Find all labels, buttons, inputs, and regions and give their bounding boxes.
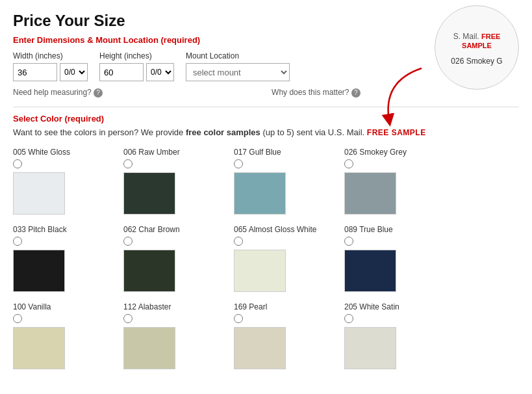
color-item-205: 205 White Satin	[344, 302, 448, 369]
color-swatch-033[interactable]	[13, 250, 65, 292]
color-swatch-112[interactable]	[123, 327, 175, 369]
help-measuring-icon[interactable]: ?	[94, 88, 103, 98]
height-field-group: Height (inches) 0/01/81/43/8 1/25/83/47/…	[99, 51, 174, 81]
color-swatch-026[interactable]	[344, 172, 396, 215]
color-name-205: 205 White Satin	[344, 302, 399, 311]
mount-field-group: Mount Location select mount Inside Mount…	[186, 51, 290, 81]
color-radio-017[interactable]	[234, 159, 243, 168]
colors-grid: 005 White Gloss006 Raw Umber017 Gulf Blu…	[13, 148, 519, 369]
color-swatch-017[interactable]	[234, 172, 286, 215]
color-item-006: 006 Raw Umber	[123, 148, 227, 215]
color-item-033: 033 Pitch Black	[13, 225, 117, 292]
mount-select[interactable]: select mount Inside Mount Outside Mount	[186, 63, 290, 81]
height-input[interactable]	[99, 63, 144, 81]
color-swatch-005[interactable]	[13, 172, 65, 215]
why-matter-icon[interactable]: ?	[351, 88, 361, 98]
color-radio-033[interactable]	[13, 237, 22, 246]
section-divider	[13, 107, 519, 107]
color-radio-006[interactable]	[123, 159, 133, 168]
color-radio-089[interactable]	[344, 237, 353, 246]
color-item-017: 017 Gulf Blue	[234, 148, 338, 215]
height-input-row: 0/01/81/43/8 1/25/83/47/8	[99, 63, 174, 81]
width-label: Width (inches)	[13, 51, 88, 60]
color-item-169: 169 Pearl	[234, 302, 338, 369]
color-radio-062[interactable]	[123, 237, 133, 246]
color-item-100: 100 Vanilla	[13, 302, 117, 369]
color-item-005: 005 White Gloss	[13, 148, 117, 215]
color-item-112: 112 Alabaster	[123, 302, 227, 369]
color-radio-065[interactable]	[234, 237, 243, 246]
color-radio-026[interactable]	[344, 159, 353, 168]
color-swatch-089[interactable]	[344, 250, 396, 292]
color-radio-005[interactable]	[13, 159, 22, 168]
color-radio-100[interactable]	[13, 314, 22, 323]
color-name-006: 006 Raw Umber	[123, 148, 180, 157]
annotation-circle: S. Mail. FREE SAMPLE 026 Smokey G	[435, 5, 519, 90]
mount-label: Mount Location	[186, 51, 290, 60]
free-sample-note: Want to see the colors in person? We pro…	[13, 127, 519, 137]
color-radio-112[interactable]	[123, 314, 133, 323]
color-name-065: 065 Almost Gloss White	[234, 225, 316, 234]
help-measuring-text: Need help measuring? ?	[13, 88, 103, 98]
free-sample-link[interactable]: FREE SAMPLE	[367, 128, 426, 137]
color-swatch-065[interactable]	[234, 250, 286, 292]
color-radio-205[interactable]	[344, 314, 353, 323]
color-name-062: 062 Char Brown	[123, 225, 180, 234]
annotation-color-name: 026 Smokey G	[451, 57, 502, 66]
annotation-mail-text: S. Mail. FREE SAMPLE	[435, 29, 518, 53]
color-name-017: 017 Gulf Blue	[234, 148, 281, 157]
why-matter-text: Why does this matter? ?	[272, 88, 361, 98]
color-swatch-205[interactable]	[344, 327, 396, 369]
color-name-005: 005 White Gloss	[13, 148, 70, 157]
width-field-group: Width (inches) 0/01/81/43/8 1/25/83/47/8	[13, 51, 88, 81]
color-radio-169[interactable]	[234, 314, 243, 323]
color-name-112: 112 Alabaster	[123, 302, 171, 311]
color-name-026: 026 Smokey Grey	[344, 148, 407, 157]
height-label: Height (inches)	[99, 51, 174, 60]
color-swatch-169[interactable]	[234, 327, 286, 369]
color-swatch-062[interactable]	[123, 250, 175, 292]
color-name-169: 169 Pearl	[234, 302, 267, 311]
width-input-row: 0/01/81/43/8 1/25/83/47/8	[13, 63, 88, 81]
color-name-033: 033 Pitch Black	[13, 225, 67, 234]
color-item-062: 062 Char Brown	[123, 225, 227, 292]
height-fraction-select[interactable]: 0/01/81/43/8 1/25/83/47/8	[146, 63, 174, 81]
color-item-089: 089 True Blue	[344, 225, 448, 292]
color-swatch-006[interactable]	[123, 172, 175, 215]
color-section-label: Select Color (required)	[13, 114, 519, 124]
color-item-065: 065 Almost Gloss White	[234, 225, 338, 292]
width-fraction-select[interactable]: 0/01/81/43/8 1/25/83/47/8	[60, 63, 88, 81]
color-name-100: 100 Vanilla	[13, 302, 51, 311]
free-color-samples-bold: free color samples	[186, 127, 260, 137]
width-input[interactable]	[13, 63, 57, 81]
color-swatch-100[interactable]	[13, 327, 65, 369]
color-name-089: 089 True Blue	[344, 225, 393, 234]
color-item-026: 026 Smokey Grey	[344, 148, 448, 215]
